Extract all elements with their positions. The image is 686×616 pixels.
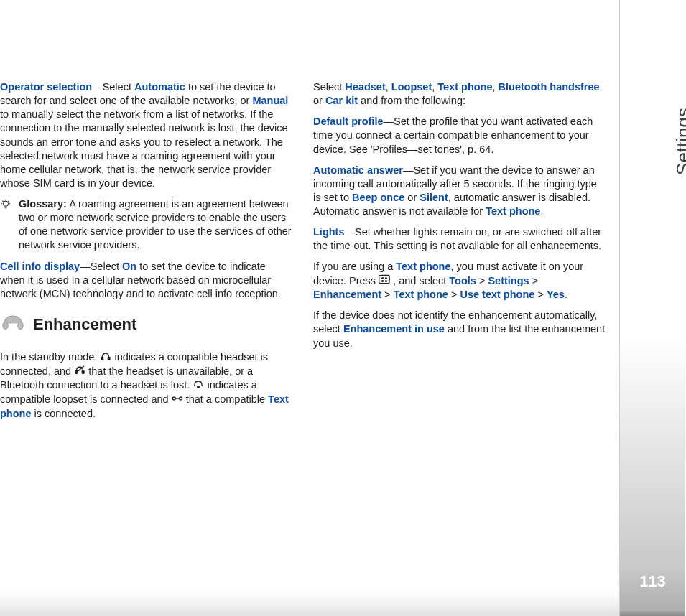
lights-paragraph: Lights—Set whether lights remain on, or … (313, 225, 606, 253)
headset-icon (0, 312, 26, 336)
text-phone-icon (172, 393, 183, 407)
automatic-ref: Automatic (134, 81, 185, 93)
select-enhancements-paragraph: Select Headset, Loopset, Text phone, Blu… (313, 80, 606, 108)
svg-line-4 (2, 201, 3, 202)
svg-rect-10 (101, 357, 103, 360)
lights-term: Lights (313, 226, 345, 238)
svg-rect-13 (83, 371, 85, 374)
headset-connected-icon (100, 351, 111, 365)
svg-rect-11 (108, 357, 111, 360)
glossary-block: Glossary: A roaming agreement is an agre… (0, 197, 293, 253)
automatic-answer-paragraph: Automatic answer—Set if you want the dev… (313, 164, 606, 219)
loopset-icon (193, 379, 204, 393)
text-phone-ref-2: Text phone (437, 81, 492, 93)
silent-ref: Silent (420, 192, 448, 203)
enhancement-in-use-ref: Enhancement in use (343, 323, 445, 335)
headset-ref: Headset (345, 81, 385, 93)
lightbulb-icon (0, 199, 11, 214)
enhancement-ref: Enhancement (313, 289, 381, 300)
left-column: Operator selection—Select Automatic to s… (0, 80, 293, 616)
operator-selection-term: Operator selection (0, 81, 92, 93)
tools-ref: Tools (449, 275, 476, 286)
svg-rect-19 (379, 276, 389, 284)
bluetooth-handsfree-ref: Bluetooth handsfree (499, 81, 600, 93)
text-phone-ref-4: Text phone (396, 261, 450, 272)
svg-point-21 (386, 278, 387, 279)
svg-point-0 (4, 201, 9, 206)
car-kit-ref: Car kit (325, 95, 358, 106)
headset-unavailable-icon (74, 365, 85, 378)
loopset-ref: Loopset (391, 81, 432, 93)
on-ref: On (122, 261, 136, 272)
enhancement-heading: Enhancement (0, 312, 293, 336)
enhancement-title: Enhancement (33, 314, 136, 335)
enhancement-in-use-paragraph: If the device does not identify the enha… (313, 309, 606, 350)
svg-point-17 (179, 397, 182, 400)
standby-paragraph: In the standby mode, indicates a compati… (0, 350, 293, 421)
manual-ref: Manual (252, 95, 288, 106)
text-phone-ref-3: Text phone (486, 205, 540, 217)
cell-info-paragraph: Cell info display—Select On to set the d… (0, 260, 293, 301)
default-profile-paragraph: Default profile—Set the profile that you… (313, 115, 606, 156)
section-label: Settings (672, 108, 686, 175)
operator-selection-paragraph: Operator selection—Select Automatic to s… (0, 80, 293, 190)
sidebar: Settings 113 (619, 0, 685, 616)
beep-once-ref: Beep once (352, 192, 404, 203)
right-column: Select Headset, Loopset, Text phone, Blu… (313, 80, 606, 616)
svg-point-16 (172, 397, 175, 400)
svg-point-22 (382, 281, 384, 282)
use-text-phone-ref: Use text phone (460, 289, 534, 300)
svg-point-9 (18, 322, 24, 330)
menu-key-icon (379, 274, 390, 288)
cell-info-term: Cell info display (0, 261, 80, 272)
text-phone-activate-paragraph: If you are using a Text phone, you must … (313, 260, 606, 302)
svg-line-5 (8, 201, 9, 202)
settings-ref: Settings (488, 275, 529, 286)
glossary-label: Glossary: (19, 198, 67, 210)
page-number: 113 (639, 572, 666, 591)
svg-point-15 (198, 386, 200, 388)
automatic-answer-term: Automatic answer (313, 164, 403, 176)
default-profile-term: Default profile (313, 116, 383, 127)
svg-point-20 (382, 278, 384, 279)
svg-point-8 (3, 322, 9, 330)
svg-point-23 (386, 281, 387, 282)
yes-ref: Yes (547, 289, 565, 300)
text-phone-menu-ref: Text phone (394, 289, 448, 300)
